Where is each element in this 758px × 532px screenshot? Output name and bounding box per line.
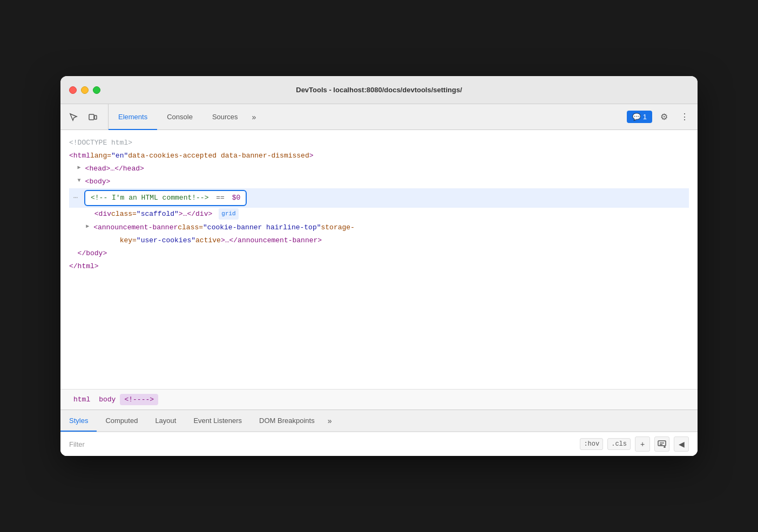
toolbar-right: 💬 1 ⚙ ⋮ [622, 104, 693, 129]
tab-console[interactable]: Console [157, 105, 202, 130]
main-tabs: Elements Console Sources » [109, 104, 622, 129]
title-bar: DevTools - localhost:8080/docs/devtools/… [60, 76, 698, 104]
window-title: DevTools - localhost:8080/docs/devtools/… [296, 86, 462, 94]
div-scaffold-tag: <div [94, 208, 111, 220]
node-actions-button[interactable]: … [69, 190, 82, 203]
head-expand-arrow[interactable]: ▶ [78, 163, 85, 172]
announcement-key-attr: key= [120, 235, 137, 247]
tab-sources[interactable]: Sources [202, 105, 248, 130]
tab-styles[interactable]: Styles [60, 411, 97, 432]
body-expand-arrow[interactable]: ▼ [78, 176, 85, 185]
close-button[interactable] [69, 86, 77, 94]
devtools-toolbar: Elements Console Sources » 💬 1 ⚙ ⋮ [60, 104, 698, 130]
plus-icon: + [640, 440, 645, 448]
body-tag-close: </body> [78, 248, 107, 260]
toggle-left-icon: ◀ [679, 440, 685, 448]
announcement-expand-arrow[interactable]: ▶ [86, 222, 93, 231]
device-toggle-button[interactable] [84, 108, 101, 126]
breadcrumb-bar: html body <!----> [60, 389, 698, 410]
hov-button[interactable]: :hov [580, 438, 603, 450]
traffic-lights [69, 86, 100, 94]
filter-placeholder[interactable]: Filter [69, 440, 573, 448]
html-close-line: </html> [69, 260, 689, 273]
maximize-button[interactable] [93, 86, 100, 94]
announcement-line2: key="user-cookies" active>…</announcemen… [69, 234, 689, 247]
filter-actions: :hov .cls + ◀ [580, 436, 689, 452]
comment-text: <!-- I'm an HTML comment!--> [91, 194, 208, 202]
toggle-sidebar-button[interactable]: ◀ [674, 436, 689, 452]
doctype-text: <!DOCTYPE html> [69, 137, 132, 149]
issues-badge-button[interactable]: 💬 1 [627, 111, 652, 123]
inspect-element-button[interactable] [65, 108, 82, 126]
gear-icon: ⚙ [660, 112, 668, 122]
bottom-tabs: Styles Computed Layout Event Listeners D… [60, 410, 698, 432]
more-bottom-tabs-button[interactable]: » [323, 410, 336, 431]
grid-badge: grid [219, 208, 238, 220]
toolbar-icons [65, 104, 109, 129]
issues-icon: 💬 [632, 113, 641, 121]
tab-layout[interactable]: Layout [146, 411, 185, 432]
dom-tree: <!DOCTYPE html> <html lang="en" data-coo… [60, 130, 698, 279]
body-close-line: </body> [69, 247, 689, 260]
new-style-rule-button[interactable] [654, 436, 669, 452]
announcement-line1[interactable]: ▶ <announcement-banner class="cookie-ban… [69, 221, 689, 234]
div-scaffold-line[interactable]: <div class="scaffold">…</div> grid [69, 208, 689, 221]
settings-button[interactable]: ⚙ [655, 108, 673, 126]
filter-bar: Filter :hov .cls + ◀ [60, 432, 698, 456]
tab-computed[interactable]: Computed [97, 411, 146, 432]
breadcrumb-comment[interactable]: <!----> [120, 394, 158, 405]
more-options-button[interactable]: ⋮ [676, 108, 693, 126]
head-tag: <head>…</head> [85, 163, 144, 175]
doctype-line: <!DOCTYPE html> [69, 137, 689, 149]
add-rule-button[interactable]: + [635, 436, 650, 452]
more-dots-icon: ⋮ [680, 112, 689, 122]
comment-node-line[interactable]: … <!-- I'm an HTML comment!--> == $0 [69, 188, 689, 208]
html-attr-lang: lang= [90, 150, 111, 162]
bottom-panel: Styles Computed Layout Event Listeners D… [60, 410, 698, 456]
comment-node-element[interactable]: <!-- I'm an HTML comment!--> == $0 [84, 190, 247, 206]
elements-panel: <!DOCTYPE html> <html lang="en" data-coo… [60, 130, 698, 389]
breadcrumb-body[interactable]: body [94, 394, 120, 405]
comment-dollar: $0 [232, 194, 241, 202]
tab-event-listeners[interactable]: Event Listeners [185, 411, 251, 432]
devtools-window: DevTools - localhost:8080/docs/devtools/… [60, 76, 698, 456]
body-open-line[interactable]: ▼ <body> [69, 175, 689, 188]
more-tabs-button[interactable]: » [248, 104, 261, 129]
html-tag-close: </html> [69, 261, 99, 272]
comment-equal: == [216, 194, 225, 202]
svg-rect-1 [94, 115, 97, 119]
announcement-tag-open: <announcement-banner [93, 222, 178, 234]
minimize-button[interactable] [81, 86, 89, 94]
body-tag-open: <body> [85, 176, 111, 188]
html-tag-open: <html [69, 150, 90, 162]
tab-dom-breakpoints[interactable]: DOM Breakpoints [251, 411, 323, 432]
head-line[interactable]: ▶ <head>…</head> [69, 162, 689, 175]
html-open-line: <html lang="en" data-cookies-accepted da… [69, 149, 689, 162]
breadcrumb-html[interactable]: html [69, 394, 94, 405]
cls-button[interactable]: .cls [607, 438, 631, 450]
tab-elements[interactable]: Elements [109, 105, 157, 130]
svg-rect-0 [89, 114, 94, 120]
